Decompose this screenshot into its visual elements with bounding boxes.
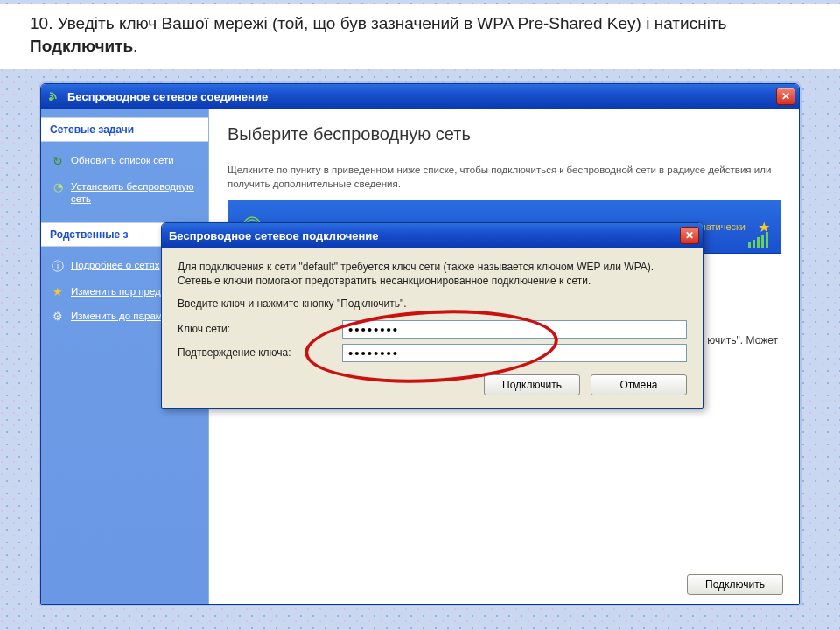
wireless-icon xyxy=(48,90,62,102)
sidebar-item-setup-wireless[interactable]: Установить беспроводную сеть xyxy=(48,175,203,211)
refresh-icon xyxy=(50,154,66,170)
instruction-bold: Подключить xyxy=(30,37,133,55)
instruction-prefix: 10. Уведіть ключ Вашої мережі (той, що б… xyxy=(30,14,726,32)
dialog-cancel-button[interactable]: Отмена xyxy=(591,374,687,396)
key-dialog: Беспроводное сетевое подключение ✕ Для п… xyxy=(161,222,704,409)
gear-icon xyxy=(50,310,66,324)
antenna-icon xyxy=(50,180,66,194)
sidebar-item-label: Обновить список сети xyxy=(71,154,174,166)
main-heading: Выберите беспроводную сеть xyxy=(228,124,781,144)
wireless-window-titlebar[interactable]: Беспроводное сетевое соединение ✕ xyxy=(41,84,799,108)
key-dialog-title: Беспроводное сетевое подключение xyxy=(169,229,680,242)
signal-bars-icon xyxy=(748,230,768,248)
dialog-text-2: Введите ключ и нажмите кнопку "Подключит… xyxy=(178,297,687,311)
sidebar-item-label: Подробнее о сетях xyxy=(71,259,159,271)
dialog-connect-button[interactable]: Подключить xyxy=(484,374,580,396)
side-section-network-tasks: Сетевые задачи xyxy=(41,117,208,142)
close-button[interactable]: ✕ xyxy=(776,88,795,105)
info-icon xyxy=(50,259,66,275)
key-dialog-titlebar[interactable]: Беспроводное сетевое подключение ✕ xyxy=(162,223,703,248)
input-network-key[interactable] xyxy=(342,320,687,339)
instruction-suffix: . xyxy=(133,37,137,55)
svg-point-0 xyxy=(49,97,52,101)
wireless-window-title: Беспроводное сетевое соединение xyxy=(67,90,776,103)
dialog-close-button[interactable]: ✕ xyxy=(680,227,699,244)
input-confirm-key[interactable] xyxy=(342,344,687,362)
label-network-key: Ключ сети: xyxy=(178,323,342,335)
sidebar-item-label: Установить беспроводную сеть xyxy=(71,180,201,206)
dialog-text-1: Для подключения к сети "default" требует… xyxy=(178,260,687,288)
main-description: Щелкните по пункту в приведенном ниже сп… xyxy=(228,164,781,191)
star-icon xyxy=(50,285,66,299)
sidebar-item-refresh[interactable]: Обновить список сети xyxy=(48,149,203,175)
instruction-text: 10. Уведіть ключ Вашої мережі (той, що б… xyxy=(0,4,840,69)
partial-obscured-text: ючить". Может xyxy=(707,334,778,346)
main-connect-button[interactable]: Подключить xyxy=(687,574,783,595)
label-confirm-key: Подтверждение ключа: xyxy=(178,346,342,359)
